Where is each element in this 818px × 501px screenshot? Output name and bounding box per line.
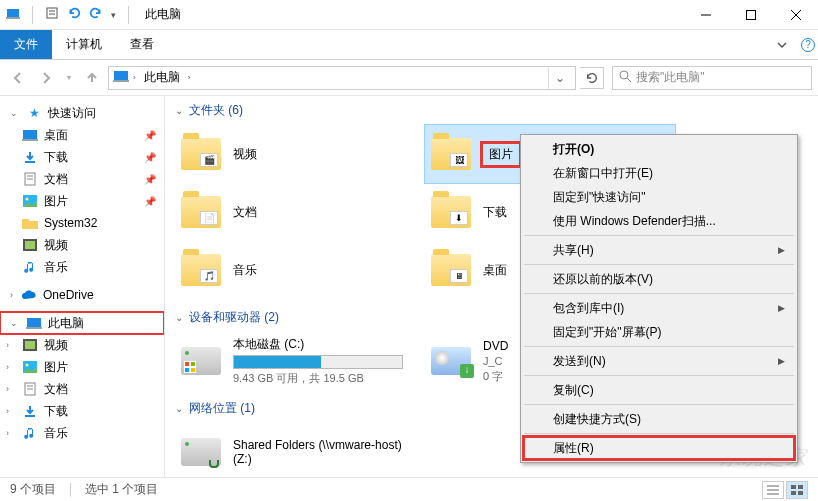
context-menu-item[interactable]: 创建快捷方式(S): [523, 407, 795, 431]
folder-icon: 🖥: [429, 250, 473, 290]
breadcrumb-sep-icon[interactable]: ›: [188, 73, 191, 82]
sidebar-item[interactable]: 视频: [0, 234, 164, 256]
collapse-icon[interactable]: ⌄: [175, 105, 183, 116]
up-button[interactable]: [80, 66, 104, 90]
collapse-icon[interactable]: ⌄: [10, 318, 18, 328]
context-menu-item[interactable]: 固定到"开始"屏幕(P): [523, 320, 795, 344]
drive-usage-bar: [233, 355, 403, 369]
context-menu: 打开(O)在新窗口中打开(E)固定到"快速访问"使用 Windows Defen…: [520, 134, 798, 463]
menu-item-label: 包含到库中(I): [553, 300, 624, 317]
search-box[interactable]: 搜索"此电脑": [612, 66, 812, 90]
redo-icon[interactable]: [89, 6, 103, 23]
folder-label: 音乐: [233, 263, 257, 277]
menu-item-label: 打开(O): [553, 141, 594, 158]
tab-view[interactable]: 查看: [116, 30, 168, 59]
status-item-count: 9 个项目: [10, 481, 56, 498]
maximize-button[interactable]: [728, 0, 773, 30]
context-menu-item[interactable]: 打开(O): [523, 137, 795, 161]
collapse-icon[interactable]: ⌄: [175, 403, 183, 414]
context-menu-item[interactable]: 复制(C): [523, 378, 795, 402]
properties-qat-icon[interactable]: [45, 6, 59, 23]
sidebar-item[interactable]: System32: [0, 212, 164, 234]
sidebar-item[interactable]: 文档📌: [0, 168, 164, 190]
drive-item[interactable]: ↓ DVD J_C 0 字: [425, 332, 515, 390]
sidebar-item[interactable]: › 文档: [0, 378, 164, 400]
ribbon-expand-button[interactable]: [766, 30, 798, 59]
refresh-button[interactable]: [580, 67, 604, 89]
folder-label: 桌面: [483, 263, 507, 277]
search-placeholder: 搜索"此电脑": [636, 69, 705, 86]
view-details-button[interactable]: [762, 481, 784, 499]
pin-icon: 📌: [144, 174, 156, 185]
drive-usage-text: 9.43 GB 可用，共 19.5 GB: [233, 371, 421, 386]
svg-rect-40: [791, 485, 796, 489]
back-button[interactable]: [6, 66, 30, 90]
context-menu-item[interactable]: 共享(H)▶: [523, 238, 795, 262]
expand-icon[interactable]: ›: [6, 362, 9, 372]
expand-icon[interactable]: ›: [10, 290, 13, 300]
context-menu-item[interactable]: 在新窗口中打开(E): [523, 161, 795, 185]
address-dropdown-button[interactable]: ⌄: [548, 67, 571, 89]
address-bar[interactable]: › 此电脑 › ⌄: [108, 66, 576, 90]
sidebar-item[interactable]: › 图片: [0, 356, 164, 378]
folder-item[interactable]: 📄 文档: [175, 183, 425, 241]
svg-point-28: [26, 364, 29, 367]
context-menu-item[interactable]: 固定到"快速访问": [523, 185, 795, 209]
close-button[interactable]: [773, 0, 818, 30]
document-icon: [22, 381, 38, 397]
expand-icon[interactable]: ›: [6, 428, 9, 438]
forward-button[interactable]: [34, 66, 58, 90]
svg-rect-35: [185, 368, 189, 372]
folder-item[interactable]: 🎬 视频: [175, 125, 425, 183]
status-selection: 选中 1 个项目: [85, 481, 158, 498]
separator: [128, 6, 129, 24]
context-menu-item[interactable]: 包含到库中(I)▶: [523, 296, 795, 320]
context-menu-item[interactable]: 属性(R): [523, 436, 795, 460]
document-icon: [22, 171, 38, 187]
folder-item[interactable]: 🎵 音乐: [175, 241, 425, 299]
collapse-icon[interactable]: ⌄: [175, 312, 183, 323]
network-item[interactable]: Shared Folders (\\vmware-host) (Z:): [175, 423, 425, 477]
context-menu-item[interactable]: 还原以前的版本(V): [523, 267, 795, 291]
undo-icon[interactable]: [67, 6, 81, 23]
context-menu-item[interactable]: 发送到(N)▶: [523, 349, 795, 373]
chevron-down-icon[interactable]: ▾: [111, 10, 116, 20]
sidebar-item[interactable]: 桌面📌: [0, 124, 164, 146]
submenu-arrow-icon: ▶: [778, 245, 785, 255]
folder-label: 图片: [483, 144, 519, 165]
quick-access-toolbar: ▾: [0, 6, 139, 24]
sidebar-item[interactable]: › 下载: [0, 400, 164, 422]
sidebar-item[interactable]: 音乐: [0, 256, 164, 278]
context-menu-item[interactable]: 使用 Windows Defender扫描...: [523, 209, 795, 233]
expand-icon[interactable]: ›: [6, 406, 9, 416]
svg-rect-41: [798, 485, 803, 489]
breadcrumb-sep-icon[interactable]: ›: [133, 73, 136, 82]
sidebar-this-pc[interactable]: ⌄ 此电脑: [0, 312, 164, 334]
minimize-button[interactable]: [683, 0, 728, 30]
sidebar-item[interactable]: 图片📌: [0, 190, 164, 212]
sidebar-item[interactable]: › 视频: [0, 334, 164, 356]
sidebar-quick-access[interactable]: ⌄ ★ 快速访问: [0, 102, 164, 124]
svg-rect-23: [27, 318, 41, 327]
collapse-icon[interactable]: ⌄: [10, 108, 18, 118]
menu-item-label: 使用 Windows Defender扫描...: [553, 213, 716, 230]
view-icons-button[interactable]: [786, 481, 808, 499]
expand-icon[interactable]: ›: [6, 340, 9, 350]
drive-item[interactable]: 本地磁盘 (C:) 9.43 GB 可用，共 19.5 GB: [175, 332, 425, 390]
tab-computer[interactable]: 计算机: [52, 30, 116, 59]
recent-locations-button[interactable]: ▾: [62, 66, 76, 90]
sidebar-item[interactable]: › 音乐: [0, 422, 164, 444]
tab-file[interactable]: 文件: [0, 30, 52, 59]
section-header-folders[interactable]: ⌄ 文件夹 (6): [175, 102, 808, 119]
menu-separator: [524, 433, 794, 434]
sidebar-onedrive[interactable]: › OneDrive: [0, 284, 164, 306]
breadcrumb-item[interactable]: 此电脑: [140, 69, 184, 86]
help-button[interactable]: ?: [798, 30, 818, 59]
music-icon: [22, 425, 38, 441]
svg-rect-6: [746, 10, 755, 19]
svg-point-20: [26, 198, 29, 201]
expand-icon[interactable]: ›: [6, 384, 9, 394]
folder-label: 文档: [233, 205, 257, 219]
sidebar-item[interactable]: 下载📌: [0, 146, 164, 168]
video-icon: [22, 337, 38, 353]
